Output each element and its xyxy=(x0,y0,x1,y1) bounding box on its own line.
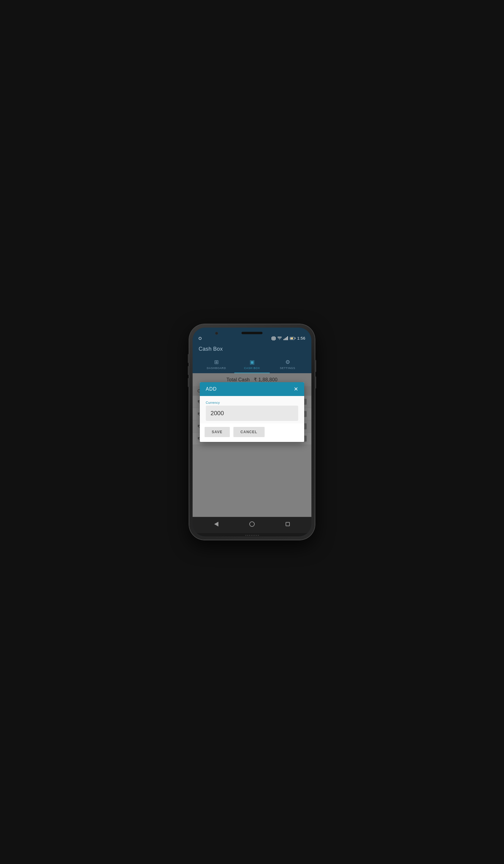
back-icon xyxy=(214,522,218,527)
recent-icon xyxy=(286,522,290,526)
dialog-close-button[interactable]: ✕ xyxy=(294,386,298,392)
home-button[interactable] xyxy=(248,520,256,528)
dashboard-icon: ⊞ xyxy=(214,359,219,365)
nav-bar xyxy=(193,517,311,533)
tab-cashbox[interactable]: ▣ CASH BOX xyxy=(234,357,270,373)
currency-field-label: Currency xyxy=(206,401,298,405)
app-bar: Cash Box ⊞ DASHBOARD ▣ CASH BOX ⚙ SETTIN… xyxy=(193,343,311,373)
tab-settings-label: SETTINGS xyxy=(280,367,295,370)
tab-cashbox-label: CASH BOX xyxy=(244,367,260,370)
speaker-top xyxy=(241,332,263,334)
settings-icon: ⚙ xyxy=(285,359,290,365)
cancel-button[interactable]: CANCEL xyxy=(233,427,265,437)
status-indicator xyxy=(199,337,202,340)
currency-input[interactable] xyxy=(206,406,298,421)
dialog-header: ADD ✕ xyxy=(200,382,304,396)
signal-icon xyxy=(284,337,288,340)
home-icon xyxy=(249,521,255,527)
front-camera xyxy=(215,332,218,335)
wifi-icon xyxy=(277,337,282,340)
modal-overlay: ADD ✕ Currency SAVE CANCEL xyxy=(193,373,311,517)
vibrate-icon xyxy=(272,336,276,340)
cashbox-icon: ▣ xyxy=(250,359,255,365)
app-title: Cash Box xyxy=(199,346,305,352)
add-dialog: ADD ✕ Currency SAVE CANCEL xyxy=(200,382,304,442)
dialog-title: ADD xyxy=(206,386,217,392)
status-bar: ⚡ 1:56 xyxy=(193,328,311,343)
battery-icon: ⚡ xyxy=(290,337,296,340)
speaker-bottom xyxy=(193,533,311,536)
recent-button[interactable] xyxy=(284,520,291,528)
tab-bar: ⊞ DASHBOARD ▣ CASH BOX ⚙ SETTINGS xyxy=(199,357,305,373)
status-right: ⚡ 1:56 xyxy=(272,336,305,340)
status-time: 1:56 xyxy=(297,336,305,340)
phone-screen: ⚡ 1:56 Cash Box ⊞ DASHBOARD ▣ CASH BOX xyxy=(193,328,311,536)
dialog-body: Currency xyxy=(200,396,304,423)
tab-settings[interactable]: ⚙ SETTINGS xyxy=(270,357,305,373)
save-button[interactable]: SAVE xyxy=(205,427,230,437)
status-left xyxy=(199,337,202,340)
phone-frame: ⚡ 1:56 Cash Box ⊞ DASHBOARD ▣ CASH BOX xyxy=(189,324,315,540)
tab-dashboard[interactable]: ⊞ DASHBOARD xyxy=(199,357,234,373)
main-content: Total Cash ₹ 1,88,800 Cu ₹ 20 100 ₹ 2000… xyxy=(193,373,311,517)
back-button[interactable] xyxy=(213,520,220,528)
tab-dashboard-label: DASHBOARD xyxy=(207,367,226,370)
dialog-actions: SAVE CANCEL xyxy=(200,423,304,442)
